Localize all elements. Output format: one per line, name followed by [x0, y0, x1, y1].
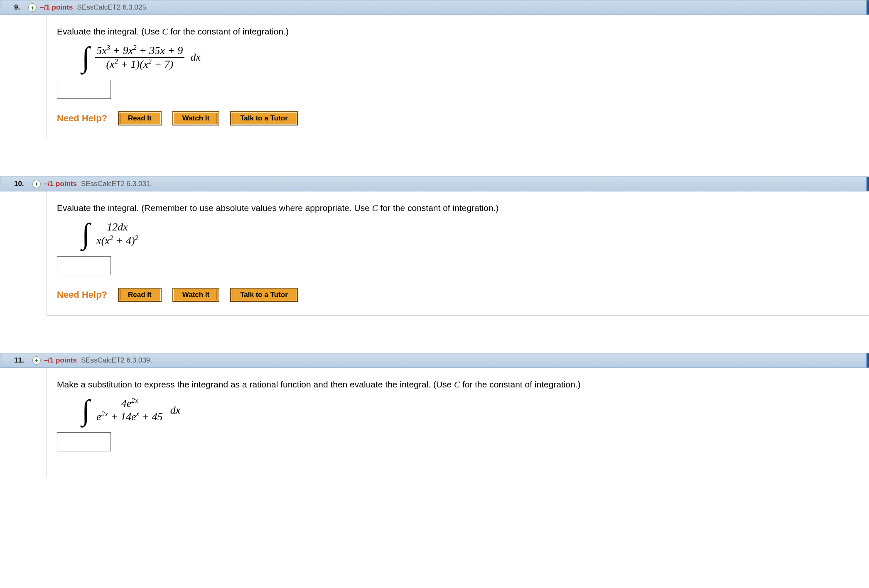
question-number: 9.: [14, 3, 20, 12]
numerator: 4e2x: [120, 397, 140, 411]
button-label: Watch It: [182, 114, 209, 122]
help-row: Need Help? Read It Watch It Talk to a Tu…: [57, 288, 859, 302]
fraction: 12dx x(x2 + 4)2: [95, 221, 140, 247]
integral-icon: ∫: [82, 225, 90, 243]
button-label: Watch It: [182, 291, 209, 299]
talk-to-tutor-button[interactable]: Talk to a Tutor: [230, 111, 298, 125]
read-it-button[interactable]: Read It: [118, 111, 162, 125]
prompt-var: C: [454, 380, 460, 390]
help-row: Need Help? Read It Watch It Talk to a Tu…: [57, 111, 859, 125]
denominator: e2x + 14ex + 45: [95, 410, 164, 423]
prompt-pre: Make a substitution to express the integ…: [57, 380, 454, 389]
question-number: 11.: [14, 356, 24, 365]
question-header: 11. + –/1 points SEssCalcET2 6.3.039.: [0, 353, 869, 368]
question-body: Evaluate the integral. (Remember to use …: [47, 191, 869, 316]
problem-code: SEssCalcET2 6.3.025.: [77, 3, 148, 12]
accent-left: [0, 177, 2, 191]
prompt-pre: Evaluate the integral. (Remember to use …: [57, 203, 372, 213]
prompt-var: C: [372, 203, 378, 213]
integral-icon: ∫: [82, 49, 90, 66]
answer-input[interactable]: [57, 256, 111, 275]
numerator: 12dx: [105, 221, 130, 234]
expand-icon[interactable]: +: [32, 180, 41, 188]
problem-code: SEssCalcET2 6.3.039.: [81, 356, 152, 365]
accent-left: [0, 353, 2, 368]
prompt: Evaluate the integral. (Use C for the co…: [57, 27, 859, 37]
need-help-label: Need Help?: [57, 289, 107, 300]
prompt: Make a substitution to express the integ…: [57, 380, 859, 390]
need-help-label: Need Help?: [57, 113, 107, 124]
denominator: (x2 + 1)(x2 + 7): [104, 58, 175, 71]
button-label: Talk to a Tutor: [240, 114, 288, 122]
question-header: 10. + –/1 points SEssCalcET2 6.3.031.: [0, 176, 869, 191]
answer-input[interactable]: [57, 80, 111, 99]
question-number: 10.: [14, 180, 24, 188]
prompt-post: for the constant of integration.): [378, 203, 499, 213]
accent-right: [867, 353, 869, 368]
watch-it-button[interactable]: Watch It: [172, 288, 219, 302]
question-9: 9. + –/1 points SEssCalcET2 6.3.025. Eva…: [0, 0, 869, 139]
accent-left: [0, 0, 2, 15]
question-body: Make a substitution to express the integ…: [47, 368, 869, 478]
dx: dx: [170, 404, 181, 416]
question-header: 9. + –/1 points SEssCalcET2 6.3.025.: [0, 0, 869, 15]
read-it-button[interactable]: Read It: [118, 288, 162, 302]
expand-icon[interactable]: +: [32, 356, 41, 365]
integral-expression: ∫ 4e2x e2x + 14ex + 45 dx: [82, 397, 859, 424]
talk-to-tutor-button[interactable]: Talk to a Tutor: [230, 288, 298, 302]
question-10: 10. + –/1 points SEssCalcET2 6.3.031. Ev…: [0, 176, 869, 316]
dx: dx: [190, 51, 201, 64]
answer-input[interactable]: [57, 432, 111, 451]
fraction: 5x3 + 9x2 + 35x + 9 (x2 + 1)(x2 + 7): [95, 44, 184, 71]
prompt: Evaluate the integral. (Remember to use …: [57, 203, 859, 213]
problem-code: SEssCalcET2 6.3.031.: [81, 180, 152, 188]
prompt-pre: Evaluate the integral. (Use: [57, 27, 162, 36]
button-label: Talk to a Tutor: [240, 291, 288, 299]
button-label: Read It: [128, 291, 152, 299]
integral-expression: ∫ 12dx x(x2 + 4)2: [82, 221, 859, 247]
integral-expression: ∫ 5x3 + 9x2 + 35x + 9 (x2 + 1)(x2 + 7) d…: [82, 44, 859, 71]
numerator: 5x3 + 9x2 + 35x + 9: [95, 44, 184, 58]
prompt-post: for the constant of integration.): [168, 27, 289, 36]
prompt-post: for the constant of integration.): [460, 380, 581, 389]
points-label: –/1 points: [44, 356, 77, 365]
watch-it-button[interactable]: Watch It: [172, 111, 219, 125]
page: 9. + –/1 points SEssCalcET2 6.3.025. Eva…: [0, 0, 869, 494]
prompt-var: C: [162, 27, 168, 37]
question-body: Evaluate the integral. (Use C for the co…: [47, 15, 869, 139]
expand-icon[interactable]: +: [28, 3, 37, 12]
accent-right: [867, 177, 869, 191]
fraction: 4e2x e2x + 14ex + 45: [95, 397, 164, 424]
denominator: x(x2 + 4)2: [95, 234, 140, 247]
button-label: Read It: [128, 114, 152, 122]
question-11: 11. + –/1 points SEssCalcET2 6.3.039. Ma…: [0, 353, 869, 478]
points-label: –/1 points: [40, 3, 73, 12]
points-label: –/1 points: [44, 180, 77, 188]
integral-icon: ∫: [82, 402, 90, 419]
accent-right: [867, 0, 869, 15]
